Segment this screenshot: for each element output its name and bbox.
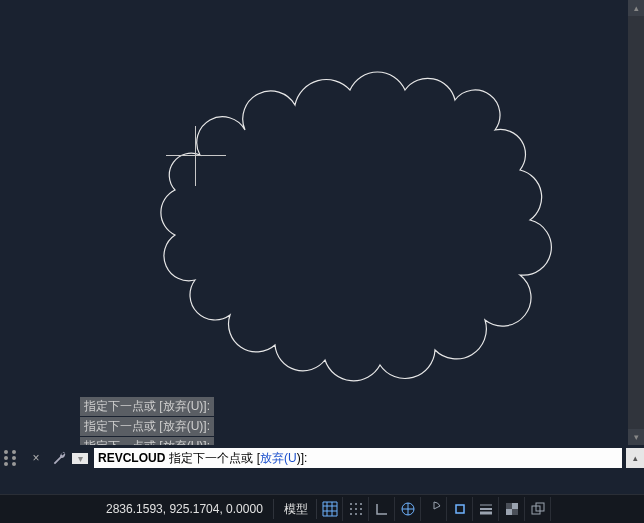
history-line: 指定下一点或 [放弃(U)]: (80, 397, 214, 416)
svg-point-11 (360, 508, 362, 510)
svg-point-12 (350, 513, 352, 515)
svg-point-0 (4, 450, 8, 454)
cycle-icon[interactable] (527, 497, 551, 521)
svg-rect-18 (512, 509, 518, 515)
coordinates-readout[interactable]: 2836.1593, 925.1704, 0.0000 (96, 499, 274, 519)
status-bar: 2836.1593, 925.1704, 0.0000 模型 (0, 494, 644, 523)
svg-point-8 (360, 503, 362, 505)
svg-rect-16 (456, 505, 464, 513)
chevron-up-icon[interactable]: ▴ (626, 448, 644, 468)
svg-point-7 (355, 503, 357, 505)
svg-point-4 (12, 456, 16, 460)
lineweight-icon[interactable] (475, 497, 499, 521)
svg-point-5 (12, 462, 16, 466)
vertical-scrollbar[interactable]: ▴ ▾ (628, 0, 644, 445)
svg-point-2 (4, 462, 8, 466)
svg-point-1 (4, 456, 8, 460)
svg-rect-19 (512, 503, 518, 509)
command-input[interactable]: REVCLOUD 指定下一个点或 [放弃(U)]: (94, 448, 622, 468)
snap-icon[interactable] (345, 497, 369, 521)
isoplane-icon[interactable] (423, 497, 447, 521)
svg-point-9 (350, 508, 352, 510)
svg-point-14 (360, 513, 362, 515)
recent-commands-icon[interactable]: ▾ (72, 453, 88, 464)
svg-rect-20 (506, 509, 512, 515)
model-tab[interactable]: 模型 (276, 499, 317, 519)
command-prompt: 指定下一个点或 [放弃(U)]: (169, 450, 307, 467)
drawing-canvas[interactable] (0, 0, 644, 395)
ortho-icon[interactable] (371, 497, 395, 521)
cmdbar-grip-icon[interactable] (2, 448, 22, 468)
close-icon[interactable]: × (26, 448, 46, 468)
grid-icon[interactable] (319, 497, 343, 521)
svg-rect-17 (506, 503, 512, 509)
svg-point-10 (355, 508, 357, 510)
command-bar: × ▾ REVCLOUD 指定下一个点或 [放弃(U)]: ▴ (0, 445, 644, 471)
active-command: REVCLOUD (98, 451, 165, 465)
osnap-icon[interactable] (449, 497, 473, 521)
svg-point-6 (350, 503, 352, 505)
wrench-icon[interactable] (50, 448, 70, 468)
svg-point-3 (12, 450, 16, 454)
revcloud-shape (161, 72, 551, 381)
scroll-up-icon[interactable]: ▴ (628, 0, 644, 16)
history-line: 指定下一点或 [放弃(U)]: (80, 417, 214, 436)
transparency-icon[interactable] (501, 497, 525, 521)
svg-point-13 (355, 513, 357, 515)
polar-icon[interactable] (397, 497, 421, 521)
scroll-down-icon[interactable]: ▾ (628, 429, 644, 445)
